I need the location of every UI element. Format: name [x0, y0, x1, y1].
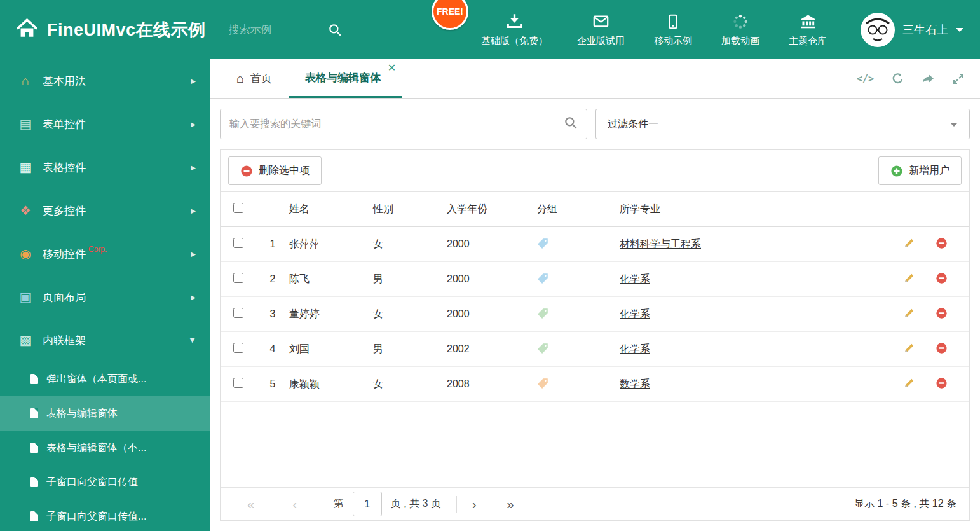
refresh-icon[interactable]	[891, 72, 904, 85]
nav-item-mobile-demo[interactable]: 移动示例	[639, 13, 707, 47]
edit-button[interactable]	[903, 272, 915, 287]
sidebar-item-icon: ▦	[17, 160, 34, 175]
file-icon	[30, 408, 38, 418]
search-icon[interactable]	[564, 116, 578, 132]
nav-item-loading-animation[interactable]: 加载动画	[707, 13, 774, 47]
edit-button[interactable]	[903, 342, 915, 357]
user-menu[interactable]: 三生石上	[861, 13, 963, 47]
col-index	[256, 192, 289, 227]
select-all-checkbox[interactable]	[233, 203, 243, 213]
row-checkbox[interactable]	[233, 378, 243, 388]
sidebar-item-label: 更多控件	[43, 203, 86, 218]
nav-label: 企业版试用	[577, 35, 625, 47]
table-row: 2 陈飞 男 2000	[221, 262, 969, 297]
sidebar-subitem[interactable]: 弹出窗体（本页面或...	[0, 362, 210, 396]
tab-label: 首页	[250, 71, 272, 86]
close-tab-icon[interactable]: ✕	[388, 63, 396, 73]
row-checkbox[interactable]	[233, 308, 243, 318]
sidebar-subitem[interactable]: 子窗口向父窗口传值...	[0, 499, 210, 531]
row-checkbox[interactable]	[233, 343, 243, 353]
row-checkbox[interactable]	[233, 238, 243, 248]
nav-item-basic-edition[interactable]: FREE! 基础版（免费）	[425, 13, 562, 47]
major-link[interactable]: 化学系	[620, 273, 650, 284]
sidebar-item[interactable]: ▣ 页面布局 ▶	[0, 275, 210, 319]
brand[interactable]: FineUIMvc在线示例	[17, 18, 206, 41]
nav-label: 主题仓库	[789, 35, 827, 47]
sidebar-item[interactable]: ▦ 表格控件 ▶	[0, 146, 210, 189]
major-link[interactable]: 化学系	[620, 308, 650, 319]
header-nav: FREE! 基础版（免费） 企业版试用	[425, 13, 841, 47]
row-checkbox[interactable]	[233, 273, 243, 283]
table-row: 3 董婷婷 女 2000	[221, 297, 969, 332]
col-name: 姓名	[289, 192, 373, 227]
tab-grid-edit-window[interactable]: 表格与编辑窗体 ✕	[289, 59, 402, 98]
sidebar-item-icon: ◉	[17, 246, 34, 261]
tab-home[interactable]: ⌂ 首页	[220, 59, 289, 98]
download-icon	[506, 13, 523, 30]
cell-year: 2000	[447, 297, 537, 332]
nav-item-theme-store[interactable]: 主题仓库	[774, 13, 841, 47]
add-user-button[interactable]: 新增用户	[878, 156, 962, 185]
avatar	[861, 13, 895, 47]
edit-button[interactable]	[903, 377, 915, 392]
last-page-button[interactable]: »	[507, 498, 514, 511]
source-code-icon[interactable]: </>	[857, 73, 874, 85]
keyword-search-input[interactable]	[229, 118, 564, 130]
sidebar-item-icon: ▣	[17, 289, 34, 305]
delete-button[interactable]	[936, 272, 948, 287]
delete-selected-button[interactable]: 删除选中项	[228, 156, 322, 185]
edit-button[interactable]	[903, 237, 915, 252]
sidebar-subitem[interactable]: 表格与编辑窗体	[0, 396, 210, 431]
major-link[interactable]: 材料科学与工程系	[620, 238, 701, 249]
filter-dropdown[interactable]: 过滤条件一	[595, 109, 970, 139]
chevron-icon: ▶	[191, 164, 196, 171]
expand-icon[interactable]	[952, 72, 965, 85]
sidebar-item-icon: ❖	[17, 203, 34, 218]
tag-icon	[537, 377, 549, 389]
header-search-input[interactable]	[229, 24, 324, 36]
sidebar-item[interactable]: ◉ 移动控件 Corp. ▶	[0, 232, 210, 275]
cell-name: 康颖颖	[289, 367, 373, 402]
major-link[interactable]: 数学系	[620, 378, 650, 389]
sidebar-subitem-label: 表格与编辑窗体	[46, 407, 118, 420]
edit-button[interactable]	[903, 307, 915, 322]
delete-button[interactable]	[936, 377, 948, 392]
delete-button[interactable]	[936, 237, 948, 252]
search-icon[interactable]	[328, 23, 342, 37]
tag-icon	[537, 272, 549, 284]
chevron-icon: ▶	[191, 207, 196, 214]
col-actions	[874, 192, 969, 227]
row-number: 1	[256, 227, 289, 262]
tag-icon	[537, 237, 549, 249]
file-icon	[30, 477, 38, 487]
file-icon	[30, 511, 38, 521]
sidebar-item[interactable]: ⌂ 基本用法 ▶	[0, 59, 210, 102]
sidebar-subitem[interactable]: 表格与编辑窗体（不...	[0, 431, 210, 465]
row-number: 4	[256, 332, 289, 367]
major-link[interactable]: 化学系	[620, 343, 650, 354]
sidebar-item-label: 页面布局	[43, 290, 86, 305]
free-badge: FREE!	[432, 0, 468, 30]
filter-dropdown-value: 过滤条件一	[608, 118, 658, 131]
table-row: 4 刘国 男 2002	[221, 332, 969, 367]
chevron-down-icon	[956, 28, 963, 36]
corp-badge: Corp.	[88, 245, 107, 254]
sidebar-item[interactable]: ▤ 表单控件 ▶	[0, 102, 210, 146]
sidebar-item[interactable]: ▩ 内联框架 ▶	[0, 319, 210, 362]
cell-year: 2002	[447, 332, 537, 367]
table-header-row: 姓名 性别 入学年份 分组 所学专业	[221, 192, 969, 227]
sidebar-item-icon: ▤	[17, 116, 34, 132]
page-number-input[interactable]	[353, 492, 382, 516]
pagination-bar: « ‹ 第 页 , 共 3 页 › » 显示 1 - 5 条 , 共 12 条	[221, 487, 969, 520]
first-page-button[interactable]: «	[247, 498, 254, 511]
sidebar-subitem-label: 子窗口向父窗口传值	[46, 476, 138, 489]
sidebar-subitem[interactable]: 子窗口向父窗口传值	[0, 465, 210, 499]
page-prefix: 第	[334, 497, 344, 511]
delete-button[interactable]	[936, 307, 948, 322]
share-icon[interactable]	[922, 72, 935, 85]
sidebar-item[interactable]: ❖ 更多控件 ▶	[0, 189, 210, 232]
prev-page-button[interactable]: ‹	[292, 498, 297, 511]
nav-item-enterprise-trial[interactable]: 企业版试用	[562, 13, 639, 47]
delete-button[interactable]	[936, 342, 948, 357]
next-page-button[interactable]: ›	[472, 498, 477, 511]
